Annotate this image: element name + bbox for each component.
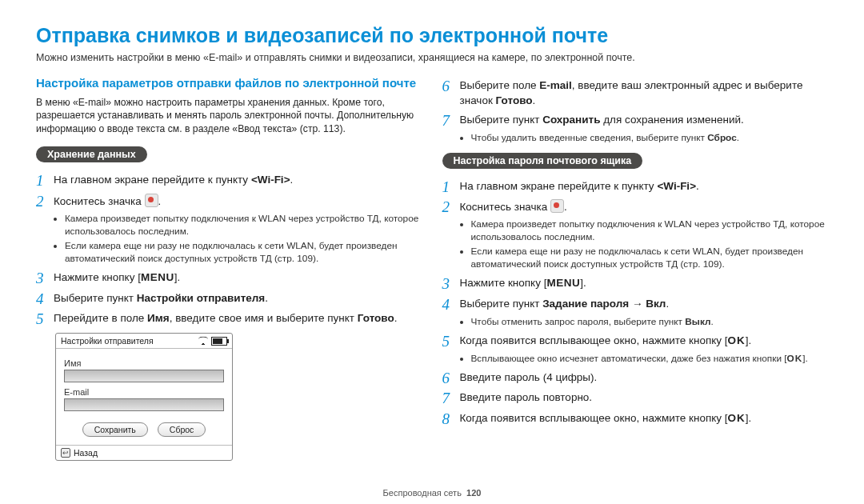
r-step-8: 8 Когда появится всплывающее окно, нажми… (442, 411, 829, 428)
right-column: 6 Выберите поле E-mail, введите ваш элек… (442, 74, 829, 461)
device-title: Настройки отправителя (61, 336, 154, 346)
menu-key: MENU (546, 277, 580, 289)
left-step-2: 2 Коснитесь значка . (36, 194, 422, 210)
r-step-6: 6 Введите пароль (4 цифры). (442, 370, 829, 387)
page: Отправка снимков и видеозаписей по элект… (0, 0, 864, 504)
footer-label: Беспроводная сеть (383, 488, 462, 498)
left-step-3: 3 Нажмите кнопку [MENU]. (36, 270, 422, 287)
page-title: Отправка снимков и видеозаписей по элект… (36, 24, 828, 47)
r-step-4: 4 Выберите пункт Задание пароля → Вкл. (442, 297, 829, 314)
input-name[interactable] (64, 370, 224, 382)
reset-button[interactable]: Сброс (158, 422, 206, 437)
r-step-2-bullets: Камера произведет попытку подключения к … (442, 218, 829, 271)
r-step-3: 3 Нажмите кнопку [MENU]. (442, 276, 829, 293)
ok-key: OK (728, 334, 746, 346)
r-step-1: 1 На главном экране перейдите к пункту <… (442, 179, 829, 196)
pill-password: Настройка пароля почтового ящика (442, 153, 643, 169)
left-heading: Настройка параметров отправки файлов по … (36, 76, 422, 91)
r-step-7: 7 Введите пароль повторно. (442, 390, 829, 407)
email-icon (550, 199, 564, 213)
back-icon[interactable]: ↩ (61, 448, 70, 458)
left-step-1: 1 На главном экране перейдите к пункту <… (36, 173, 422, 190)
left-column: Настройка параметров отправки файлов по … (36, 74, 422, 461)
save-button[interactable]: Сохранить (82, 422, 148, 437)
left-step-4: 4 Выберите пункт Настройки отправителя. (36, 291, 422, 308)
battery-icon (211, 337, 227, 346)
pill-storage: Хранение данных (36, 146, 147, 162)
email-icon (145, 194, 158, 207)
left-intro: В меню «E-mail» можно настроить параметр… (36, 96, 422, 135)
input-email[interactable] (64, 398, 224, 411)
left-step-5: 5 Перейдите в поле Имя, введите свое имя… (36, 311, 422, 328)
label-email: E-mail (64, 387, 224, 397)
ok-key: OK (728, 412, 746, 424)
rt-step-7: 7 Выберите пункт Сохранить для сохранени… (442, 113, 829, 130)
r-step-5-bullets: Всплывающее окно исчезнет автоматически,… (442, 353, 829, 366)
menu-key: MENU (141, 271, 174, 283)
label-name: Имя (64, 358, 224, 368)
r-step-2: 2 Коснитесь значка . (442, 199, 829, 216)
page-number: 120 (466, 488, 481, 498)
back-label[interactable]: Назад (74, 448, 98, 458)
rt-step-7-bullets: Чтобы удалить введенные сведения, выбери… (442, 132, 829, 145)
r-step-5: 5 Когда появится всплывающее окно, нажми… (442, 334, 829, 350)
r-step-4-bullets: Чтобы отменить запрос пароля, выберите п… (442, 316, 829, 329)
page-subtitle: Можно изменить настройки в меню «E-mail»… (36, 52, 828, 63)
rt-step-6: 6 Выберите поле E-mail, введите ваш элек… (442, 78, 829, 109)
sender-settings-preview: Настройки отправителя Имя E-mail Сохрани… (55, 333, 233, 461)
columns: Настройка параметров отправки файлов по … (36, 74, 828, 461)
footer: Беспроводная сеть 120 (0, 488, 864, 498)
left-step-2-bullets: Камера произведет попытку подключения к … (36, 213, 422, 266)
wifi-icon (198, 337, 208, 345)
